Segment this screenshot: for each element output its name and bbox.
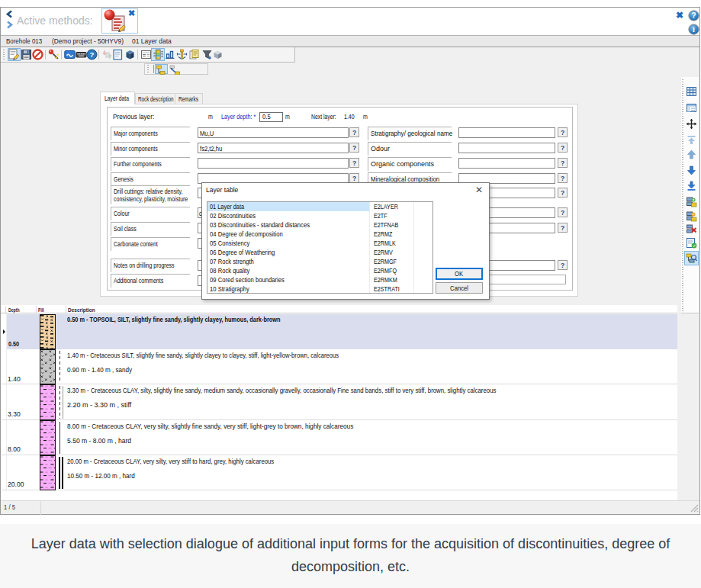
svg-text:?: ? (90, 50, 95, 59)
svg-text:i: i (693, 25, 695, 34)
svg-text:?: ? (691, 11, 696, 20)
